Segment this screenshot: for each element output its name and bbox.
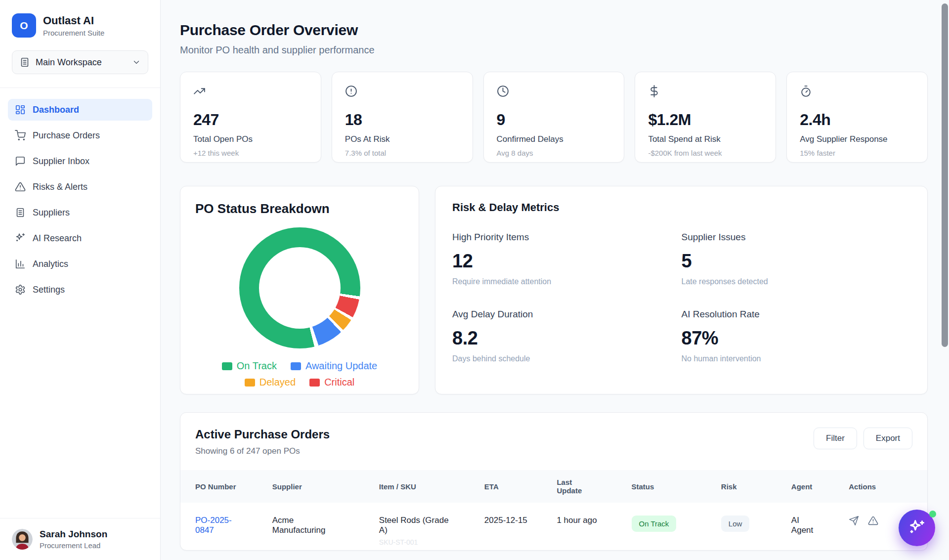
workspace-selector[interactable]: Main Workspace [12,50,148,74]
col-po-number: PO Number [180,470,266,503]
supplier-cell: Acme Manufacturing [272,516,334,535]
kpi-sub: Avg 8 days [497,149,611,157]
metric-label: AI Resolution Rate [682,309,911,320]
po-number-link[interactable]: PO-2025-0847 [195,516,242,535]
legend-swatch [245,379,255,387]
kpi-label: POs At Risk [345,134,460,144]
app-logo-row: O Outlast AI Procurement Suite [0,0,160,38]
risk-badge: Low [721,516,750,532]
col-agent: Agent [785,470,843,503]
table-header-row: PO Number Supplier Item / SKU ETA Last U… [180,470,927,503]
metrics-title: Risk & Delay Metrics [452,201,910,214]
col-risk: Risk [715,470,785,503]
metric-supplier-issues: Supplier Issues 5 Late responses detecte… [682,232,911,286]
app-logo: O [12,13,36,38]
sidebar-item-label: Supplier Inbox [33,156,89,167]
kpi-value: 2.4h [800,111,914,129]
kpi-value: $1.2M [648,111,763,129]
alert-triangle-icon [15,181,26,192]
sidebar-item-suppliers[interactable]: Suppliers [8,202,152,223]
trending-up-icon [193,85,206,97]
kpi-card-spend-at-risk: $1.2M Total Spend at Risk -$200K from la… [635,72,776,163]
col-supplier: Supplier [266,470,373,503]
sparkles-icon [15,233,26,244]
legend-label: Awaiting Update [305,360,377,372]
kpi-label: Total Spend at Risk [648,134,763,144]
sidebar-item-settings[interactable]: Settings [8,279,152,301]
legend-swatch [309,379,320,387]
kpi-label: Total Open POs [193,134,308,144]
orders-table: PO Number Supplier Item / SKU ETA Last U… [180,470,927,550]
dollar-icon [648,85,660,97]
active-purchase-orders-card: Active Purchase Orders Showing 6 of 247 … [180,412,928,551]
timer-icon [800,85,812,97]
ai-assistant-fab[interactable] [899,510,935,546]
chart-legend: On Track Awaiting Update Delayed Critica… [195,360,404,388]
sidebar-item-label: Settings [33,285,65,295]
filter-button[interactable]: Filter [814,428,857,449]
col-item-sku: Item / SKU [373,470,478,503]
kpi-sub: 15% faster [800,149,914,157]
main-content: Purchase Order Overview Monitor PO healt… [161,0,949,551]
metric-sub: Late responses detected [682,277,911,286]
send-icon[interactable] [849,516,859,526]
legend-label: Critical [324,377,354,388]
sidebar-item-purchase-orders[interactable]: Purchase Orders [8,125,152,146]
user-profile[interactable]: Sarah Johnson Procurement Lead [0,518,160,560]
warning-icon[interactable] [868,516,878,526]
metric-value: 8.2 [452,328,682,349]
sidebar-item-dashboard[interactable]: Dashboard [8,99,152,121]
kpi-sub: 7.3% of total [345,149,460,157]
metric-label: Supplier Issues [682,232,911,243]
page-subtitle: Monitor PO health and supplier performan… [180,44,928,56]
sidebar-item-label: Analytics [33,259,68,269]
workspace-label: Main Workspace [36,57,127,68]
kpi-label: Confirmed Delays [497,134,611,144]
eta-cell: 2025-12-15 [484,516,527,525]
table-row: PO-2025-0847 Acme Manufacturing Steel Ro… [180,503,927,550]
legend-swatch [291,362,301,370]
bar-chart-icon [15,258,26,269]
user-role: Procurement Lead [40,541,107,550]
chart-title: PO Status Breakdown [195,201,404,216]
building-icon [19,57,30,68]
kpi-card-supplier-response: 2.4h Avg Supplier Response 15% faster [786,72,928,163]
sku-cell: SKU-ST-001 [379,538,473,546]
kpi-card-total-open-pos: 247 Total Open POs +12 this week [180,72,321,163]
sidebar-item-ai-research[interactable]: AI Research [8,227,152,249]
kpi-value: 9 [497,111,611,129]
kpi-label: Avg Supplier Response [800,134,914,144]
sidebar-item-label: AI Research [33,233,82,244]
metric-sub: Require immediate attention [452,277,682,286]
sidebar-item-supplier-inbox[interactable]: Supplier Inbox [8,150,152,172]
kpi-row: 247 Total Open POs +12 this week 18 POs … [180,72,928,163]
page-title: Purchase Order Overview [180,22,928,39]
sidebar-item-label: Purchase Orders [33,130,100,141]
legend-item-critical: Critical [309,377,354,388]
kpi-value: 247 [193,111,308,129]
user-name: Sarah Johnson [40,529,107,540]
avatar [12,529,33,550]
sidebar-nav: Dashboard Purchase Orders Supplier Inbox… [0,88,160,301]
message-icon [15,156,26,167]
status-badge: On Track [632,516,677,532]
col-status: Status [626,470,715,503]
last-update-cell: 1 hour ago [557,516,597,525]
sidebar: O Outlast AI Procurement Suite Main Work… [0,0,161,560]
col-actions: Actions [843,470,927,503]
item-cell: Steel Rods (Grade A) [379,516,458,535]
col-eta: ETA [478,470,551,503]
sidebar-item-analytics[interactable]: Analytics [8,253,152,275]
legend-swatch [222,362,232,370]
kpi-sub: +12 this week [193,149,308,157]
metric-label: High Priority Items [452,232,682,243]
metrics-grid: High Priority Items 12 Require immediate… [452,232,910,363]
gear-icon [15,284,26,295]
vertical-scrollbar-thumb[interactable] [942,3,948,347]
kpi-sub: -$200K from last week [648,149,763,157]
sidebar-item-risks-alerts[interactable]: Risks & Alerts [8,176,152,198]
app-tagline: Procurement Suite [43,29,104,37]
chevron-down-icon [132,58,141,67]
export-button[interactable]: Export [863,428,912,449]
legend-item-delayed: Delayed [245,377,296,388]
